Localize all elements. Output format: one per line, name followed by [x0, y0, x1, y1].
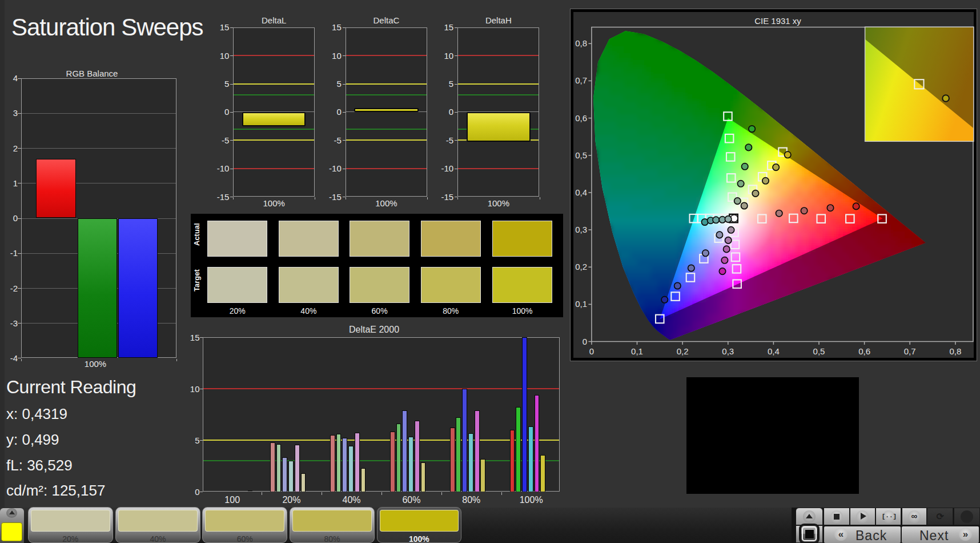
- svg-text:0,6: 0,6: [858, 346, 870, 356]
- svg-text:0,8: 0,8: [575, 38, 587, 48]
- svg-text:0,4: 0,4: [575, 187, 587, 197]
- svg-text:0,3: 0,3: [722, 346, 734, 356]
- svg-text:0: 0: [583, 337, 587, 346]
- svg-text:0,5: 0,5: [575, 150, 587, 160]
- svg-text:0,6: 0,6: [575, 113, 587, 123]
- svg-text:0,5: 0,5: [813, 346, 825, 356]
- svg-text:0,7: 0,7: [575, 75, 587, 85]
- svg-text:0,1: 0,1: [631, 346, 643, 356]
- svg-text:0,2: 0,2: [677, 346, 689, 356]
- svg-text:CIE 1931 xy: CIE 1931 xy: [754, 16, 801, 26]
- svg-text:0,1: 0,1: [575, 299, 587, 309]
- svg-text:0,8: 0,8: [949, 346, 961, 356]
- svg-text:0,4: 0,4: [768, 346, 780, 356]
- svg-text:0,3: 0,3: [575, 225, 587, 234]
- svg-text:0: 0: [589, 346, 594, 356]
- svg-text:0,7: 0,7: [904, 346, 916, 356]
- svg-text:0,2: 0,2: [575, 262, 587, 272]
